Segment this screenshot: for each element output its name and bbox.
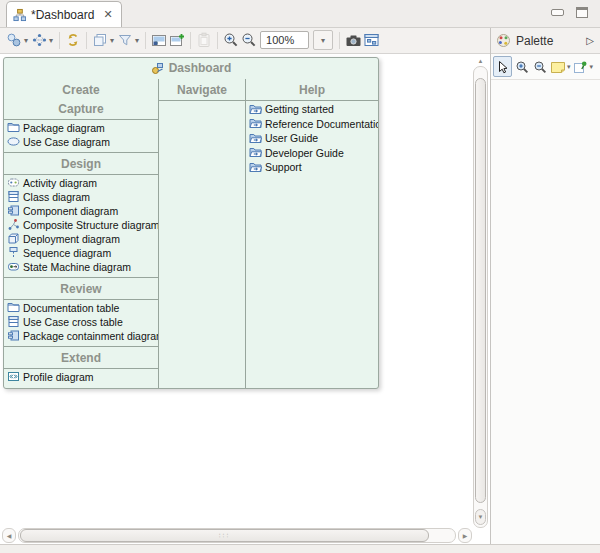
- horizontal-scroll-track[interactable]: ∶∶∶: [18, 528, 456, 543]
- item-label: Sequence diagram: [23, 247, 111, 259]
- overlapping-squares-icon: [92, 32, 108, 48]
- item-label: Getting started: [265, 103, 334, 115]
- item-documentation-table[interactable]: Documentation table: [4, 301, 158, 315]
- zoom-in-icon: [515, 60, 529, 74]
- toolbar-separator: [145, 32, 146, 49]
- help-item-reference-documentation[interactable]: Reference Documentation: [246, 116, 378, 131]
- item-component-diagram[interactable]: Component diagram: [4, 204, 158, 218]
- item-composite-structure-diagram[interactable]: Composite Structure diagram: [4, 218, 158, 232]
- shapes-button[interactable]: [91, 30, 109, 50]
- item-profile-diagram[interactable]: Profile diagram: [4, 370, 158, 384]
- help-folder-icon: [249, 103, 262, 116]
- palette-header[interactable]: Palette ▷: [491, 28, 600, 54]
- link-tool-button[interactable]: [572, 57, 589, 76]
- item-activity-diagram[interactable]: Activity diagram: [4, 176, 158, 190]
- item-use-case-diagram[interactable]: Use Case diagram: [4, 135, 158, 149]
- palette-zoom-out-button[interactable]: [531, 57, 548, 76]
- dashboard-title-row: Dashboard: [4, 58, 378, 79]
- dropdown-arrow-icon[interactable]: ▾: [135, 36, 139, 45]
- arrange-button[interactable]: [30, 30, 48, 50]
- zoom-combo-dropdown[interactable]: ▾: [313, 30, 333, 50]
- dropdown-arrow-icon[interactable]: ▾: [567, 63, 571, 71]
- tab-dashboard[interactable]: *Dashboard ✕: [6, 1, 122, 27]
- horizontal-scrollbar[interactable]: ◀ ∶∶∶ ▶: [2, 529, 472, 542]
- vertical-scroll-track[interactable]: ▼: [473, 66, 488, 528]
- main-area: ▾ ▾: [0, 28, 600, 544]
- dashboard-title: Dashboard: [169, 61, 232, 75]
- note-tool-button[interactable]: [549, 57, 566, 76]
- diagram-window-icon: [363, 32, 380, 48]
- item-package-containment-diagram[interactable]: Package containment diagram: [4, 329, 158, 343]
- column-header-help: Help: [246, 79, 378, 99]
- separator-line: [4, 152, 158, 153]
- scroll-up-icon[interactable]: ▲: [478, 56, 484, 66]
- scroll-left-button[interactable]: ◀: [2, 528, 16, 543]
- toolbar-separator: [59, 32, 60, 49]
- vertical-scroll-thumb[interactable]: [475, 78, 486, 503]
- zoom-in-button[interactable]: [222, 30, 240, 50]
- display-elements-button[interactable]: [5, 30, 23, 50]
- table-icon: [7, 315, 20, 328]
- sync-arrows-icon: [65, 32, 81, 48]
- help-item-support[interactable]: Support: [246, 160, 378, 175]
- zoom-out-button[interactable]: [240, 30, 258, 50]
- dropdown-arrow-icon[interactable]: ▾: [110, 36, 114, 45]
- cursor-icon: [496, 60, 509, 74]
- scroll-right-button[interactable]: ▶: [458, 528, 472, 543]
- pin-icon: [573, 60, 588, 74]
- dropdown-arrow-icon[interactable]: ▾: [24, 36, 28, 45]
- dashboard-panel: Dashboard Create Capture Packag: [3, 57, 379, 389]
- help-item-getting-started[interactable]: Getting started: [246, 102, 378, 117]
- image-plus-icon: [169, 33, 185, 48]
- item-sequence-diagram[interactable]: Sequence diagram: [4, 246, 158, 260]
- item-package-diagram[interactable]: Package diagram: [4, 121, 158, 135]
- item-deployment-diagram[interactable]: Deployment diagram: [4, 232, 158, 246]
- vertical-scrollbar[interactable]: ▲ ▼: [473, 56, 488, 528]
- containment-diagram-icon: [7, 329, 20, 342]
- separator-line: [4, 299, 158, 300]
- item-label: Profile diagram: [23, 371, 94, 383]
- minimize-icon[interactable]: [551, 9, 564, 16]
- dropdown-arrow-icon[interactable]: ▾: [590, 63, 594, 71]
- item-label: Activity diagram: [23, 177, 97, 189]
- item-use-case-cross-table[interactable]: Use Case cross table: [4, 315, 158, 329]
- paste-clipboard-icon: [196, 32, 212, 48]
- help-item-developer-guide[interactable]: Developer Guide: [246, 145, 378, 160]
- scroll-right-icon: ▶: [463, 532, 468, 539]
- zoom-in-icon: [223, 32, 239, 48]
- tab-close-icon[interactable]: ✕: [103, 8, 112, 21]
- maximize-icon[interactable]: [576, 7, 588, 18]
- horizontal-scroll-thumb[interactable]: ∶∶∶: [20, 529, 429, 542]
- palette-expand-icon[interactable]: ▷: [586, 35, 594, 46]
- zoom-level-value[interactable]: 100%: [260, 31, 309, 49]
- create-column: Create Capture Package diagram: [4, 79, 159, 388]
- palette-body[interactable]: [491, 80, 600, 544]
- filters-button[interactable]: [116, 30, 134, 50]
- export-image-button[interactable]: [150, 30, 168, 50]
- scroll-grip-icon: ∶∶∶: [219, 533, 230, 538]
- camera-icon: [345, 33, 362, 48]
- palette-zoom-in-button[interactable]: [513, 57, 530, 76]
- help-item-user-guide[interactable]: User Guide: [246, 131, 378, 146]
- dashboard-tab-icon: [13, 8, 26, 22]
- diagram-canvas[interactable]: Dashboard Create Capture Packag: [0, 54, 490, 544]
- section-header-extend: Extend: [4, 348, 158, 367]
- item-state-machine-diagram[interactable]: State Machine diagram: [4, 260, 158, 274]
- add-image-button[interactable]: [168, 30, 186, 50]
- scroll-down-icon: ▼: [478, 514, 484, 520]
- diagram-properties-button[interactable]: [362, 30, 380, 50]
- scroll-down-button[interactable]: ▼: [475, 509, 486, 525]
- screenshot-button[interactable]: [344, 30, 362, 50]
- diagram-toolbar: ▾ ▾: [0, 28, 490, 54]
- column-header-navigate: Navigate: [159, 79, 245, 99]
- ellipse-icon: [7, 135, 20, 148]
- select-tool-button[interactable]: [493, 56, 512, 77]
- sync-with-model-button[interactable]: [64, 30, 82, 50]
- dropdown-arrow-icon[interactable]: ▾: [49, 36, 53, 45]
- separator-line: [4, 174, 158, 175]
- item-label: Use Case diagram: [23, 136, 110, 148]
- item-label: Component diagram: [23, 205, 118, 217]
- item-class-diagram[interactable]: Class diagram: [4, 190, 158, 204]
- dropdown-arrow-icon: ▾: [321, 36, 325, 45]
- zoom-level-combo[interactable]: 100% ▾: [260, 30, 333, 50]
